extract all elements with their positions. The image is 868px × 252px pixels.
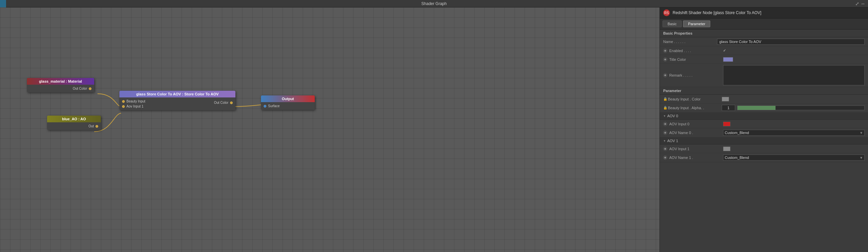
store-out-color-socket[interactable] bbox=[230, 102, 233, 104]
prop-aov-name-1-label: AOV Name 1 . bbox=[669, 155, 723, 159]
out-color-socket[interactable] bbox=[89, 87, 91, 90]
blue-ao-out-socket[interactable] bbox=[95, 125, 98, 128]
prop-name-label: Name . . . . . . bbox=[663, 40, 717, 44]
beauty-input-row: Beauty Input bbox=[119, 99, 176, 104]
beauty-input-label: Beauty Input bbox=[126, 100, 145, 103]
out-color-label-store: Out Color bbox=[214, 101, 228, 105]
blue-ao-out-row: Out bbox=[47, 124, 101, 129]
prop-aov-input-1-label: AOV Input 1 bbox=[669, 147, 723, 151]
prop-beauty-input-alpha-row: 🔒 Beauty Input . Alpha. . bbox=[660, 104, 868, 113]
surface-label: Surface bbox=[268, 104, 279, 108]
lock-icon-beauty-alpha: 🔒 bbox=[663, 106, 666, 110]
top-bar: Shader Graph ⤢ ↔ bbox=[0, 0, 868, 7]
aov-name-0-arrow: ▼ bbox=[860, 131, 863, 135]
aov-name-0-radio[interactable] bbox=[663, 131, 667, 135]
main-content: glass_material : Material Out Color glas… bbox=[0, 7, 868, 252]
panel-title: Redshift Shader Node [glass Store Color … bbox=[673, 10, 762, 15]
blue-ao-out-label: Out bbox=[88, 124, 94, 128]
aov-name-0-dropdown[interactable]: Custom_Blend ▼ bbox=[723, 130, 865, 136]
shader-graph-canvas[interactable]: glass_material : Material Out Color glas… bbox=[0, 7, 659, 252]
aov-input-0-radio[interactable] bbox=[663, 122, 667, 126]
panel-icon: RS bbox=[663, 9, 670, 16]
prop-beauty-input-color-label: Beauty Input . Color bbox=[668, 97, 722, 101]
tab-parameter[interactable]: Parameter bbox=[683, 21, 710, 27]
prop-aov-input-0-label: AOV Input 0 bbox=[669, 122, 723, 126]
prop-name-input[interactable] bbox=[717, 39, 865, 45]
out-color-label: Out Color bbox=[73, 87, 87, 91]
aov0-label: AOV 0 bbox=[667, 114, 678, 118]
node-store-color[interactable]: glass Store Color To AOV : Store Color T… bbox=[119, 91, 236, 110]
prop-aov-input-0-row: AOV Input 0 bbox=[660, 120, 868, 128]
aov-name-1-radio[interactable] bbox=[663, 155, 667, 159]
beauty-alpha-slider[interactable] bbox=[737, 106, 865, 110]
node-glass-material[interactable]: glass_material : Material Out Color bbox=[27, 78, 94, 93]
aov-input-0-swatch[interactable] bbox=[723, 122, 731, 126]
node-blue-ao-header: blue_AO : AO bbox=[47, 116, 101, 122]
prop-enabled-row: Enabled . . . . ✓ bbox=[660, 46, 868, 55]
prop-remark-row: Remark . . . . . bbox=[660, 64, 868, 87]
beauty-input-socket[interactable] bbox=[122, 100, 125, 103]
node-store-color-header: glass Store Color To AOV : Store Color T… bbox=[119, 91, 236, 98]
aov-name-0-value: Custom_Blend bbox=[725, 131, 749, 135]
prop-name-row: Name . . . . . . bbox=[660, 37, 868, 46]
remark-radio[interactable] bbox=[663, 73, 667, 77]
aov-input-1-swatch[interactable] bbox=[723, 146, 731, 151]
corner-icon bbox=[0, 0, 6, 7]
prop-aov-input-1-row: AOV Input 1 bbox=[660, 144, 868, 153]
prop-remark-label: Remark . . . . . bbox=[669, 73, 723, 77]
tab-basic[interactable]: Basic bbox=[662, 21, 682, 27]
node-glass-material-header: glass_material : Material bbox=[27, 78, 94, 85]
right-panel: RS Redshift Shader Node [glass Store Col… bbox=[659, 7, 868, 252]
surface-socket[interactable] bbox=[264, 105, 266, 108]
prop-enabled-label: Enabled . . . . bbox=[669, 49, 723, 53]
tab-bar: Basic Parameter bbox=[660, 19, 868, 30]
transform-icon[interactable]: ⤢ bbox=[855, 1, 859, 6]
aov-input-socket[interactable] bbox=[122, 105, 125, 108]
aov1-label: AOV 1 bbox=[667, 139, 678, 143]
node-glass-material-body: Out Color bbox=[27, 85, 94, 93]
prop-aov-name-0-label: AOV Name 0 . bbox=[669, 131, 723, 135]
prop-remark-input[interactable] bbox=[723, 65, 865, 85]
prop-title-color-row: Title Color bbox=[660, 55, 868, 64]
node-blue-ao[interactable]: blue_AO : AO Out bbox=[47, 116, 101, 130]
prop-title-color-label: Title Color bbox=[669, 58, 723, 62]
lock-icon-beauty-color: 🔒 bbox=[663, 97, 666, 101]
top-bar-icons: ⤢ ↔ bbox=[855, 0, 865, 7]
aov-name-1-arrow: ▼ bbox=[860, 156, 863, 159]
prop-beauty-input-alpha-label: Beauty Input . Alpha. . bbox=[668, 106, 722, 110]
move-icon[interactable]: ↔ bbox=[861, 1, 865, 6]
parameter-section-title: Parameter bbox=[660, 87, 868, 95]
aov-input-row: Aov Input 1 bbox=[119, 104, 176, 109]
aov-input-1-radio[interactable] bbox=[663, 147, 667, 151]
shader-graph-title: Shader Graph bbox=[422, 1, 446, 6]
prop-aov-name-1-row: AOV Name 1 . Custom_Blend ▼ bbox=[660, 153, 868, 162]
title-color-swatch[interactable] bbox=[723, 57, 733, 62]
title-color-radio[interactable] bbox=[663, 58, 667, 62]
node-blue-ao-body: Out bbox=[47, 122, 101, 130]
beauty-color-swatch[interactable] bbox=[722, 97, 729, 102]
prop-beauty-input-color-row: 🔒 Beauty Input . Color bbox=[660, 95, 868, 104]
aov0-subsection-title[interactable]: ▼ AOV 0 bbox=[660, 113, 868, 120]
aov-name-1-value: Custom_Blend bbox=[725, 155, 749, 159]
properties-panel: Basic Properties Name . . . . . . Enable… bbox=[660, 30, 868, 252]
node-output[interactable]: Output Surface bbox=[261, 96, 315, 110]
node-output-body: Surface bbox=[261, 102, 315, 110]
beauty-alpha-input[interactable] bbox=[722, 105, 735, 111]
prop-aov-name-0-row: AOV Name 0 . Custom_Blend ▼ bbox=[660, 128, 868, 137]
aov1-subsection-title[interactable]: ▼ AOV 1 bbox=[660, 137, 868, 144]
node-output-header: Output bbox=[261, 96, 315, 102]
aov1-triangle-icon: ▼ bbox=[663, 139, 666, 142]
node-store-color-body: Beauty Input Aov Input 1 Out Color bbox=[119, 98, 236, 110]
node-glass-material-out-color: Out Color bbox=[27, 86, 94, 91]
aov-name-1-dropdown[interactable]: Custom_Blend ▼ bbox=[723, 154, 865, 160]
basic-properties-title: Basic Properties bbox=[660, 30, 868, 37]
aov0-triangle-icon: ▼ bbox=[663, 115, 666, 118]
surface-row: Surface bbox=[261, 104, 315, 109]
enabled-radio[interactable] bbox=[663, 49, 667, 53]
aov-input-label: Aov Input 1 bbox=[126, 105, 144, 108]
prop-enabled-value: ✓ bbox=[723, 48, 865, 53]
panel-header: RS Redshift Shader Node [glass Store Col… bbox=[660, 7, 868, 19]
